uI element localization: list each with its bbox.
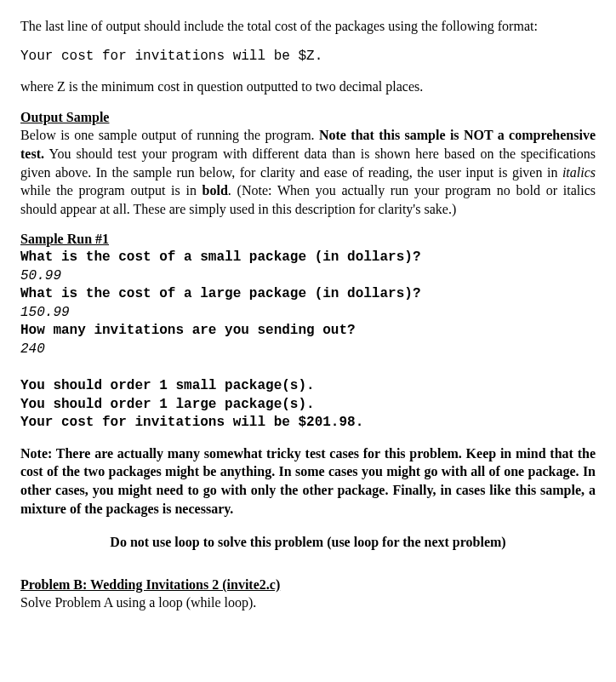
sample-run-block: Sample Run #1 What is the cost of a smal… [20, 230, 596, 433]
sample-text-bold-word: bold [202, 183, 228, 198]
sample-text-part2: You should test your program with differ… [20, 146, 596, 180]
problem-b-line: Solve Problem A using a loop (while loop… [20, 593, 596, 612]
prompt-invitation-count: How many invitations are you sending out… [20, 322, 596, 341]
no-loop-instruction: Do not use loop to solve this problem (u… [20, 533, 596, 552]
output-small-packages: You should order 1 small package(s). [20, 377, 596, 396]
prompt-large-cost: What is the cost of a large package (in … [20, 285, 596, 304]
input-large-cost: 150.99 [20, 304, 596, 323]
problem-b-heading: Problem B: Wedding Invitations 2 (invite… [20, 576, 596, 594]
intro-line-1: The last line of output should include t… [20, 17, 596, 36]
output-large-packages: You should order 1 large package(s). [20, 396, 596, 415]
output-total-cost: Your cost for invitations will be $201.9… [20, 414, 596, 433]
output-sample-paragraph: Below is one sample output of running th… [20, 126, 596, 218]
intro-line-2: where Z is the minimum cost in question … [20, 77, 596, 96]
input-invitation-count: 240 [20, 341, 596, 359]
prompt-small-cost: What is the cost of a small package (in … [20, 249, 596, 267]
note-paragraph: Note: There are actually many somewhat t… [20, 444, 596, 518]
problem-b-section: Problem B: Wedding Invitations 2 (invite… [20, 576, 596, 612]
input-small-cost: 50.99 [20, 267, 596, 286]
blank-line [20, 359, 596, 378]
code-format-line: Your cost for invitations will be $Z. [20, 48, 596, 66]
sample-text-part1: Below is one sample output of running th… [20, 128, 319, 142]
sample-text-italics-word: italics [562, 165, 596, 180]
sample-text-part3: while the program output is in [20, 183, 202, 198]
output-sample-heading: Output Sample [20, 108, 596, 127]
output-sample-section: Output Sample Below is one sample output… [20, 108, 596, 219]
sample-run-heading: Sample Run #1 [20, 230, 596, 249]
